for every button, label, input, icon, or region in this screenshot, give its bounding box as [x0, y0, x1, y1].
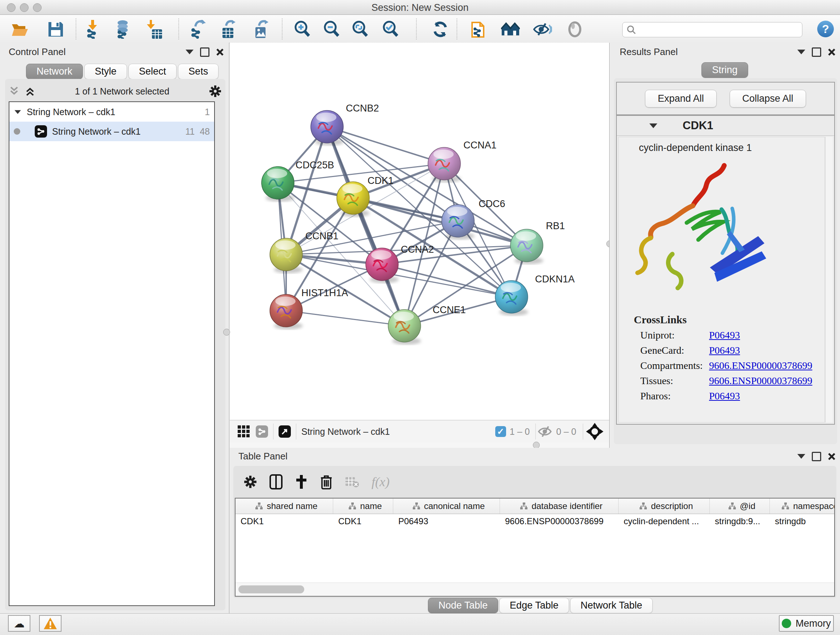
memory-button[interactable]: Memory — [779, 615, 834, 632]
tab-network[interactable]: Network — [26, 64, 83, 79]
zoom-out-button[interactable] — [322, 20, 341, 39]
string-network-graph[interactable]: CCNB2CCNA1CDC25BCDK1CDC6RB1CCNB1CCNA2CDK… — [230, 43, 609, 420]
crosslink-link[interactable]: 9606.ENSP00000378699 — [709, 360, 812, 371]
panel-menu-icon[interactable] — [186, 50, 194, 54]
node-CDKN1A[interactable]: CDKN1A — [495, 274, 575, 316]
tab-style[interactable]: Style — [84, 64, 127, 79]
network-options-gear-icon[interactable] — [209, 85, 222, 98]
apply-layout-button[interactable] — [431, 20, 450, 39]
column-header-canonical-name[interactable]: canonical name — [393, 499, 500, 514]
zoom-in-button[interactable] — [293, 20, 312, 39]
warning-icon — [43, 617, 57, 630]
node-HIST1H1A[interactable]: HIST1H1A — [270, 287, 348, 329]
node-CDC6[interactable]: CDC6 — [442, 198, 505, 240]
node-CDK1[interactable]: CDK1 — [337, 175, 393, 217]
collapse-all-button[interactable]: Collapse All — [729, 90, 806, 108]
node-RB1[interactable]: RB1 — [510, 220, 565, 264]
show-columns-icon[interactable] — [270, 474, 283, 489]
table-cell[interactable]: stringdb:9... — [710, 514, 770, 529]
birds-eye-toggle-icon[interactable] — [586, 423, 603, 440]
close-panel-icon[interactable] — [828, 453, 836, 461]
float-panel-icon[interactable] — [200, 48, 210, 57]
cloud-button[interactable]: ☁ — [8, 615, 30, 632]
warnings-button[interactable] — [39, 615, 62, 632]
open-session-button[interactable] — [11, 20, 29, 39]
selected-checkbox-icon[interactable]: ✓ — [495, 426, 506, 437]
table-options-gear-icon[interactable] — [243, 475, 257, 489]
export-image-button[interactable] — [251, 20, 270, 39]
tab-network-table[interactable]: Network Table — [570, 598, 653, 613]
cloud-icon: ☁ — [14, 617, 25, 630]
tab-select[interactable]: Select — [128, 64, 177, 79]
table-cell[interactable]: CDK1 — [235, 514, 333, 529]
network-row-selected[interactable]: String Network – cdk1 11 48 — [9, 122, 214, 141]
string-home-button[interactable] — [501, 20, 520, 39]
table-cell[interactable]: cyclin-dependent ... — [619, 514, 710, 529]
table-cell[interactable]: P06493 — [393, 514, 500, 529]
enhanced-labels-button[interactable] — [533, 20, 552, 39]
table-cell[interactable]: 9606.ENSP00000378699 — [500, 514, 619, 529]
float-panel-icon[interactable] — [812, 48, 821, 57]
column-header-@id[interactable]: @id — [710, 499, 770, 514]
gene-collapse-icon[interactable] — [649, 124, 657, 128]
crosslink-link[interactable]: P06493 — [709, 329, 740, 341]
scrollbar-thumb[interactable] — [238, 585, 304, 593]
expand-all-icon[interactable] — [25, 86, 35, 97]
results-scrollbar[interactable] — [825, 137, 833, 423]
panel-menu-icon[interactable] — [797, 454, 805, 459]
zoom-fit-button[interactable] — [351, 20, 370, 39]
table-horizontal-scrollbar[interactable] — [235, 583, 834, 596]
string-import-button[interactable] — [470, 20, 489, 39]
add-column-icon[interactable] — [295, 474, 308, 489]
collection-name: String Network – cdk1 — [27, 107, 200, 117]
import-table-button[interactable] — [145, 20, 164, 39]
collection-expand-icon[interactable] — [14, 110, 21, 114]
search-input[interactable] — [636, 24, 793, 35]
import-network-from-database-button[interactable] — [113, 20, 132, 39]
help-button[interactable]: ? — [817, 21, 834, 37]
crosslink-link[interactable]: 9606.ENSP00000378699 — [709, 375, 812, 386]
grid-view-icon[interactable] — [237, 424, 251, 439]
column-header-namespace[interactable]: namespace — [770, 499, 835, 514]
close-panel-icon[interactable] — [216, 48, 224, 56]
table-cell[interactable]: CDK1 — [333, 514, 393, 529]
save-icon — [48, 21, 64, 37]
table-cell[interactable]: stringdb — [770, 514, 835, 529]
collapse-all-icon[interactable] — [9, 86, 19, 97]
tab-edge-table[interactable]: Edge Table — [499, 598, 569, 613]
import-network-button[interactable] — [83, 20, 102, 39]
close-panel-icon[interactable] — [828, 48, 836, 56]
tab-node-table[interactable]: Node Table — [428, 598, 498, 613]
gene-header-row[interactable]: CDK1 — [617, 116, 834, 136]
export-network-button[interactable] — [188, 20, 207, 39]
network-collection-row[interactable]: String Network – cdk1 1 — [9, 102, 214, 122]
network-canvas[interactable]: CCNB2CCNA1CDC25BCDK1CDC6RB1CCNB1CCNA2CDK… — [230, 43, 609, 420]
expand-all-button[interactable]: Expand All — [645, 90, 717, 108]
node-label-HIST1H1A: HIST1H1A — [302, 287, 348, 298]
hidden-node-edge-count: 0 – 0 — [556, 426, 576, 437]
node-CCNB1[interactable]: CCNB1 — [270, 231, 339, 273]
tab-string[interactable]: String — [701, 62, 748, 78]
edge-CCNB2-CCNA1[interactable] — [327, 127, 444, 164]
zoom-selected-button[interactable] — [381, 20, 400, 39]
column-header-description[interactable]: description — [619, 499, 710, 514]
detach-view-icon[interactable] — [279, 425, 291, 438]
network-view-icon[interactable] — [256, 425, 268, 438]
edge-HIST1H1A-CCNE1[interactable] — [286, 310, 404, 326]
column-header-name[interactable]: name — [333, 499, 393, 514]
table-row[interactable]: CDK1CDK1P064939606.ENSP00000378699cyclin… — [235, 514, 834, 529]
node-CCNA1[interactable]: CCNA1 — [428, 140, 497, 182]
crosslink-link[interactable]: P06493 — [709, 345, 740, 356]
export-table-button[interactable] — [219, 20, 238, 39]
column-header-shared-name[interactable]: shared name — [235, 499, 333, 514]
panel-menu-icon[interactable] — [797, 50, 805, 54]
delete-column-icon[interactable] — [320, 474, 332, 489]
tab-sets[interactable]: Sets — [178, 64, 218, 79]
function-builder-icon: f(x) — [371, 474, 390, 489]
show-glass-ball-button[interactable] — [565, 20, 584, 39]
column-header-database-identifier[interactable]: database identifier — [500, 499, 619, 514]
save-session-button[interactable] — [46, 20, 65, 39]
float-panel-icon[interactable] — [812, 452, 821, 461]
left-splitter-grip[interactable] — [223, 329, 230, 336]
crosslink-link[interactable]: P06493 — [709, 390, 740, 402]
